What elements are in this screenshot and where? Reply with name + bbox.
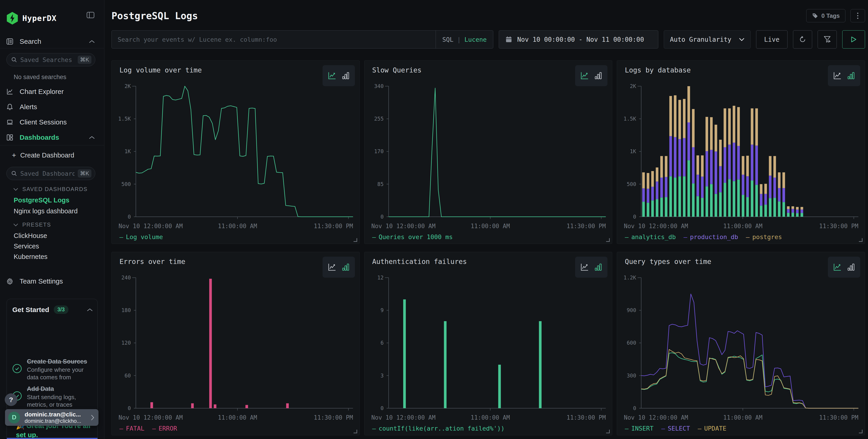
section-label: SAVED DASHBOARDS	[22, 186, 88, 192]
laptop-icon	[6, 119, 13, 126]
sidebar-preset-kubernetes[interactable]: Kubernetes	[14, 253, 48, 260]
saved-dashboards-input[interactable]	[20, 170, 74, 177]
more-options-button[interactable]	[850, 9, 865, 22]
sidebar-item-search[interactable]: Search	[0, 36, 104, 46]
line-chart-toggle-icon[interactable]	[832, 262, 842, 272]
refresh-button[interactable]	[793, 30, 812, 49]
legend-item[interactable]: —UPDATE	[698, 425, 726, 432]
legend-item[interactable]: —analytics_db	[625, 233, 676, 241]
get-started-item-desc: Start sending logs, metrics, or traces	[27, 394, 94, 408]
live-button[interactable]: Live	[756, 30, 787, 49]
saved-dashboards-search[interactable]: ⌘K	[6, 167, 95, 180]
legend-item[interactable]: —ERROR	[152, 425, 177, 432]
help-button[interactable]: ?	[5, 394, 17, 406]
sidebar-dashboard-postgresql-logs[interactable]: PostgreSQL Logs	[14, 196, 69, 204]
filter-button[interactable]	[817, 30, 837, 49]
chart-panel-auth-failures: Authentication failures 036912Nov 10 12:…	[364, 252, 613, 435]
svg-text:11:30:00 PM: 11:30:00 PM	[314, 414, 353, 421]
run-query-button[interactable]	[842, 30, 865, 49]
svg-text:500: 500	[121, 181, 131, 187]
presets-section-header[interactable]: PRESETS	[13, 222, 51, 228]
bar-chart-toggle-icon[interactable]	[593, 262, 603, 272]
chevron-down-icon	[13, 188, 18, 191]
line-chart-toggle-icon[interactable]	[580, 71, 589, 81]
user-menu[interactable]: D dominic.tran@clic... dominic.tran@clic…	[5, 409, 98, 426]
saved-searches-search[interactable]: ⌘K	[6, 53, 95, 66]
app-logo[interactable]: HyperDX	[6, 12, 57, 25]
setup-complete-highlight: set up.	[16, 431, 38, 439]
get-started-title: Get Started	[12, 306, 49, 314]
legend-swatch: —	[661, 425, 665, 432]
resize-handle[interactable]	[606, 238, 610, 242]
bar-chart-toggle-icon[interactable]	[846, 262, 856, 272]
legend-label: Queries over 1000 ms	[379, 233, 453, 241]
get-started-header[interactable]: Get Started 3/3	[12, 306, 93, 314]
get-started-item-sources[interactable]: Create Data Sources Configure where your…	[12, 358, 94, 381]
chevron-up-icon	[89, 136, 95, 139]
svg-text:2K: 2K	[124, 83, 131, 89]
sidebar-item-team-settings[interactable]: Team Settings	[0, 276, 104, 286]
chart-panel-log-volume: Log volume over time 05001K1.5K2KNov 10 …	[112, 60, 360, 244]
chart-canvas: 036912Nov 10 12:00:00 AM11:00:00 AM11:30…	[365, 252, 612, 435]
line-chart-toggle-icon[interactable]	[327, 71, 337, 81]
svg-text:0: 0	[380, 214, 383, 220]
legend-swatch: —	[152, 425, 156, 432]
sidebar-preset-clickhouse[interactable]: ClickHouse	[14, 232, 47, 240]
legend-item[interactable]: —countIf(like(arr..ation failed%'))	[372, 425, 505, 432]
legend-label: SELECT	[668, 425, 690, 432]
tags-button[interactable]: 0 Tags	[806, 9, 845, 22]
event-search: SQL | Lucene	[112, 30, 493, 49]
line-chart-toggle-icon[interactable]	[832, 71, 842, 81]
bar-chart-toggle-icon[interactable]	[593, 71, 603, 81]
line-chart-toggle-icon[interactable]	[580, 262, 589, 272]
legend-label: UPDATE	[704, 425, 726, 432]
svg-text:255: 255	[374, 116, 383, 122]
create-dashboard-button[interactable]: + Create Dashboard	[12, 151, 74, 160]
sidebar-preset-services[interactable]: Services	[14, 243, 39, 250]
bar-chart-toggle-icon[interactable]	[846, 71, 856, 81]
sidebar-item-label: Team Settings	[20, 277, 63, 285]
date-range-picker[interactable]: Nov 10 00:00:00 - Nov 11 00:00:00	[499, 30, 658, 49]
granularity-value: Auto Granularity	[670, 36, 732, 43]
event-search-input[interactable]	[112, 31, 436, 48]
bottom-accent-bar	[7, 438, 98, 439]
chart-panel-errors: Errors over time 060120180240Nov 10 12:0…	[112, 252, 360, 435]
chart-legend: —Queries over 1000 ms	[372, 233, 453, 241]
legend-label: Log volume	[126, 233, 163, 241]
granularity-select[interactable]: Auto Granularity	[664, 30, 751, 49]
sidebar-dashboard-nginx-logs[interactable]: Nginx logs dashboard	[14, 208, 78, 215]
lucene-toggle[interactable]: Lucene	[464, 36, 487, 43]
sidebar-item-alerts[interactable]: Alerts	[0, 102, 104, 112]
legend-item[interactable]: —production_db	[684, 233, 738, 241]
sidebar-item-client-sessions[interactable]: Client Sessions	[0, 117, 104, 127]
sidebar-collapse-icon[interactable]	[87, 12, 94, 18]
saved-searches-input[interactable]	[20, 56, 74, 63]
chart-canvas: 05001K1.5K2KNov 10 12:00:00 AM11:00:00 A…	[112, 61, 360, 244]
resize-handle[interactable]	[353, 238, 357, 242]
sidebar-item-chart-explorer[interactable]: Chart Explorer	[0, 87, 104, 97]
get-started-item-title: Create Data Sources	[27, 358, 94, 365]
user-email: dominic.tran@clickho...	[25, 418, 86, 424]
line-chart-toggle-icon[interactable]	[327, 262, 337, 272]
legend-item[interactable]: —FATAL	[119, 425, 145, 432]
legend-item[interactable]: —Queries over 1000 ms	[372, 233, 453, 241]
legend-item[interactable]: —Log volume	[119, 233, 163, 241]
bar-chart-toggle-icon[interactable]	[341, 71, 350, 81]
sql-toggle[interactable]: SQL	[442, 36, 454, 43]
saved-dashboards-section-header[interactable]: SAVED DASHBOARDS	[13, 186, 88, 192]
resize-handle[interactable]	[353, 430, 357, 433]
legend-item[interactable]: —INSERT	[625, 425, 653, 432]
svg-text:240: 240	[121, 275, 131, 281]
chart-legend: —analytics_db—production_db—postgres	[625, 233, 782, 241]
svg-text:11:30:00 PM: 11:30:00 PM	[566, 223, 606, 229]
bar-chart-toggle-icon[interactable]	[341, 262, 350, 272]
resize-handle[interactable]	[859, 430, 863, 433]
sidebar-item-label: Search	[20, 38, 41, 45]
get-started-item-add-data[interactable]: Add Data Start sending logs, metrics, or…	[12, 385, 94, 408]
legend-item[interactable]: —SELECT	[661, 425, 690, 432]
legend-item[interactable]: —postgres	[746, 233, 782, 241]
resize-handle[interactable]	[606, 430, 610, 433]
tags-label: 0 Tags	[822, 12, 840, 20]
resize-handle[interactable]	[859, 238, 863, 242]
sidebar-item-dashboards[interactable]: Dashboards	[0, 132, 104, 143]
